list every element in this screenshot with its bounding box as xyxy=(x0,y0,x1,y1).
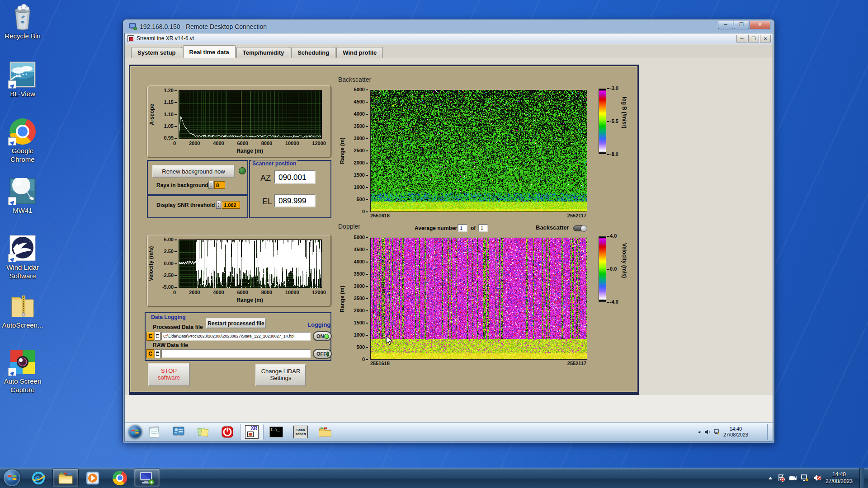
network-status-icon[interactable] xyxy=(801,474,809,482)
rdp-titlebar[interactable]: 192.168.0.150 - Remote Desktop Connectio… xyxy=(124,21,773,33)
backscatter-colorbar-label: log B (/m/sr) xyxy=(621,97,627,146)
rays-value[interactable]: 8 xyxy=(214,181,225,189)
taskbar-chrome[interactable] xyxy=(107,469,133,487)
renew-background-button[interactable]: Renew background now xyxy=(152,165,235,178)
tick-label: 0.0 xyxy=(607,267,617,272)
tab-temp-humidity[interactable]: Temp/humidity xyxy=(236,47,290,58)
app-restore-button[interactable]: ❐ xyxy=(748,35,759,42)
session-start-button[interactable] xyxy=(128,425,142,439)
shortcut-arrow-icon xyxy=(8,197,16,205)
snr-spinner[interactable]: ▲▼ xyxy=(216,201,221,209)
session-taskbar-cmd[interactable]: C:\_ xyxy=(264,424,288,440)
tick-label: 500 xyxy=(357,345,368,350)
data-logging-title: Data Logging xyxy=(151,314,186,320)
volume-muted-icon[interactable] xyxy=(813,474,821,482)
raw-drive-button[interactable]: C xyxy=(146,349,154,358)
system-tray: 14:40 27/08/2023 xyxy=(768,468,868,488)
start-button[interactable] xyxy=(4,469,20,486)
tick-label: 4000 xyxy=(213,290,224,295)
stop-software-button[interactable]: STOP software xyxy=(148,363,190,386)
tick-label: 2.50 xyxy=(164,249,177,254)
session-taskbar-scan-scheduler[interactable]: Scan sched xyxy=(289,424,312,440)
raw-file-label: RAW Data file xyxy=(153,342,188,348)
el-value-field[interactable]: 089.999 xyxy=(274,194,316,207)
spinner-up-icon: ▲ xyxy=(217,202,220,204)
tray-expand-icon[interactable] xyxy=(768,476,773,480)
doppler-heatmap-canvas[interactable] xyxy=(370,238,587,360)
velocity-plot-canvas[interactable] xyxy=(179,239,322,288)
app-close-button[interactable]: ✕ xyxy=(760,35,771,42)
app-minimize-button[interactable]: ─ xyxy=(736,35,747,42)
backscatter-y-ticks: 5000450040003500300025002000150010005000 xyxy=(350,87,368,214)
tick-label: -3.0 xyxy=(607,86,618,91)
taskbar-internet-explorer[interactable]: e xyxy=(25,469,52,487)
action-center-flag-icon[interactable] xyxy=(777,474,785,482)
change-lidar-settings-button[interactable]: Change LiDAR Settings xyxy=(255,364,306,386)
app-titlebar[interactable]: StreamLine XR v14-6.vi ─ ❐ ✕ xyxy=(125,33,773,44)
folder-icon xyxy=(58,471,73,485)
tick-label: 0.00 xyxy=(164,261,177,266)
session-taskbar-explorer[interactable] xyxy=(313,424,337,440)
taskbar-media-player[interactable] xyxy=(80,469,106,487)
tab-real-time-data[interactable]: Real time data xyxy=(183,45,236,58)
session-network-icon[interactable] xyxy=(714,429,720,435)
az-value-field[interactable]: 090.001 xyxy=(274,170,316,184)
velocity-x-ticks: 020004000600080001000012000 xyxy=(173,290,326,295)
path-browse-icon[interactable] xyxy=(155,349,160,358)
backscatter-toggle[interactable] xyxy=(573,225,587,231)
tick-label: -8.0 xyxy=(607,152,618,157)
session-taskbar-control-panel[interactable] xyxy=(167,424,190,440)
session-clock[interactable]: 14:40 27/08/2023 xyxy=(723,426,748,438)
desktop-icon-wind-lidar[interactable]: Wind Lidar Software xyxy=(0,235,45,280)
power-battery-icon[interactable] xyxy=(789,474,797,482)
doppler-x-ticks: 25516182552117 xyxy=(370,361,586,366)
restart-processed-file-button[interactable]: Restart processed file xyxy=(206,318,266,328)
tick-label: 1.10 xyxy=(164,112,177,117)
maximize-button[interactable]: ❐ xyxy=(734,21,749,29)
session-taskbar-stop-app[interactable] xyxy=(216,424,239,440)
tick-label: 3500 xyxy=(354,124,368,129)
session-show-desktop-button[interactable] xyxy=(767,424,773,440)
backscatter-heatmap-canvas[interactable] xyxy=(370,90,587,212)
desktop-icon-mw41[interactable]: MW41 xyxy=(0,178,45,215)
processed-drive-button[interactable]: C xyxy=(146,332,154,341)
tab-scheduling[interactable]: Scheduling xyxy=(291,47,335,58)
session-volume-icon[interactable] xyxy=(704,429,711,435)
tick-label: 0 xyxy=(173,290,176,295)
desktop-icon-autoscreen-zip[interactable]: AutoScreen... xyxy=(0,293,45,329)
average-number-field[interactable]: 1 xyxy=(458,224,467,232)
desktop-icon-google-chrome[interactable]: Google Chrome xyxy=(0,118,45,164)
tab-wind-profile[interactable]: Wind profile xyxy=(336,47,383,58)
taskbar-clock[interactable]: 14:40 27/08/2023 xyxy=(826,471,853,485)
session-taskbar-streamline-xr[interactable]: XR xyxy=(240,424,264,440)
raw-path-field[interactable] xyxy=(161,349,311,358)
processed-logging-on-button[interactable]: ON xyxy=(313,331,332,341)
on-led-icon xyxy=(324,334,329,339)
minimize-button[interactable]: ─ xyxy=(718,21,733,29)
taskbar-windows-explorer[interactable] xyxy=(52,469,79,487)
desktop-icon-auto-screen-capture[interactable]: Auto Screen Capture xyxy=(0,349,45,394)
el-label: EL xyxy=(262,197,272,206)
close-button[interactable]: ✕ xyxy=(750,21,770,29)
taskbar-remote-desktop[interactable] xyxy=(134,469,160,487)
session-tray-expand-icon[interactable]: ◄ xyxy=(697,430,701,434)
labview-xr-icon: XR xyxy=(245,425,259,439)
session-taskbar-notepad[interactable] xyxy=(142,424,166,440)
average-total-field[interactable]: 1 xyxy=(478,224,488,232)
desktop-icon-recycle-bin[interactable]: Recycle Bin xyxy=(0,4,45,40)
app-window-title: StreamLine XR v14-6.vi xyxy=(137,35,194,42)
tick-label: 2552117 xyxy=(567,213,586,218)
desktop-icon-bl-view[interactable]: BL-View xyxy=(0,61,45,98)
ascope-plot-canvas[interactable] xyxy=(179,90,322,139)
tick-label: 0 xyxy=(173,141,176,146)
session-taskbar-sticky-notes[interactable] xyxy=(191,424,215,440)
snr-threshold-value[interactable]: 1.002 xyxy=(222,201,240,209)
processed-path-field[interactable]: C:\Lidar\Data\Proc\2023\202308\20230827\… xyxy=(161,332,311,341)
ascope-plot-frame: 1.201.151.101.050.99 A-scope 02000400060… xyxy=(147,85,331,158)
tab-system-setup[interactable]: System setup xyxy=(131,47,182,58)
show-desktop-button[interactable] xyxy=(859,468,864,488)
raw-logging-off-button[interactable]: OFF xyxy=(313,349,332,359)
rays-spinner[interactable]: ▲▼ xyxy=(208,181,213,189)
path-browse-icon[interactable] xyxy=(155,332,160,341)
ascope-y-ticks: 1.201.151.101.050.99 xyxy=(157,88,177,141)
